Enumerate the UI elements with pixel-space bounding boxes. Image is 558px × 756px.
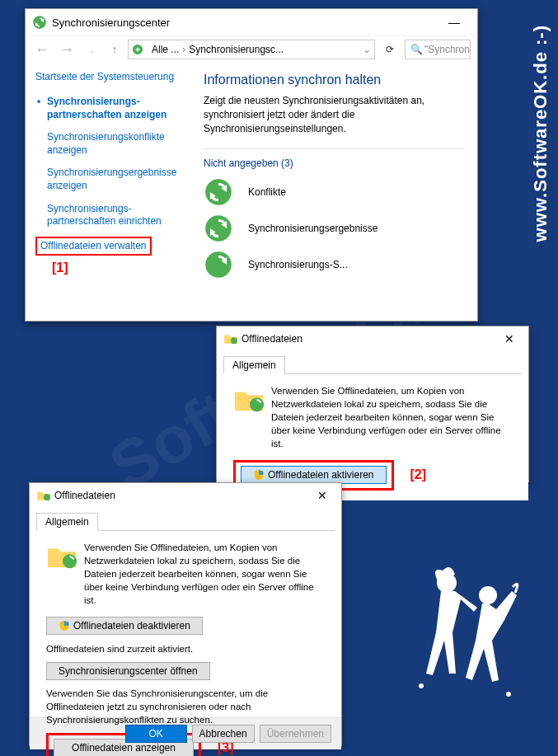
titlebar: Synchronisierungscenter — [26, 9, 477, 35]
sidebar-item-results[interactable]: Synchronisierungsergebnisse anzeigen [35, 162, 181, 197]
svg-point-3 [506, 692, 511, 697]
sync-row-conflicts[interactable]: Konflikte [204, 174, 464, 210]
row-label: Synchronisierungs-S... [248, 259, 348, 270]
sidebar-item-label: Offlinedateien verwalten [40, 240, 147, 251]
dialog-title: Offlinedateien [51, 490, 310, 501]
tab-general[interactable]: Allgemein [223, 356, 285, 374]
tab-strip: Allgemein [223, 356, 522, 374]
nav-toolbar: ← → ⌄ ↑ Alle ... › Synchronisierungsc...… [26, 35, 477, 63]
row-label: Konflikte [248, 186, 286, 198]
sync-row-sync[interactable]: Synchronisierungs-S... [204, 247, 464, 283]
sidebar-item-conflicts[interactable]: Synchronisierungskonflikte anzeigen [35, 126, 181, 162]
folder-sync-icon [233, 384, 265, 416]
close-button[interactable]: ✕ [497, 332, 522, 345]
dialog-titlebar: Offlinedateien ✕ [30, 483, 341, 508]
search-icon: 🔍 [410, 44, 423, 55]
ok-button[interactable]: OK [125, 725, 187, 743]
breadcrumb-item[interactable]: Synchronisierungsc... [189, 44, 284, 55]
svg-point-2 [419, 683, 424, 688]
info-text: Verwenden Sie Offlinedateien, um Kopien … [271, 384, 512, 450]
main-content: Informationen synchron halten Zeigt die … [190, 63, 477, 317]
folder-sync-icon [46, 541, 77, 572]
close-button[interactable]: ✕ [310, 489, 335, 502]
silhouette-graphic [410, 558, 525, 723]
search-placeholder: "Synchron [424, 44, 470, 55]
minimize-button[interactable]: — [438, 14, 471, 31]
svg-point-18 [44, 494, 50, 500]
sidebar-heading[interactable]: Startseite der Systemsteuerung [35, 71, 181, 82]
open-sync-center-button[interactable]: Synchronisierungscenter öffnen [46, 662, 210, 680]
sidebar-item-setup[interactable]: Synchronisierungs-partnerschaften einric… [35, 198, 181, 233]
apply-button[interactable]: Übernehmen [260, 725, 331, 743]
annotation-2: [2] [410, 466, 427, 484]
section-label: Nicht angegeben (3) [204, 157, 464, 169]
history-chevron-icon[interactable]: ⌄ [82, 45, 101, 54]
breadcrumb-chevron-icon[interactable]: ⌄ [363, 44, 371, 55]
sync-center-icon [132, 44, 143, 55]
sync-icon [204, 214, 233, 243]
main-heading: Informationen synchron halten [204, 73, 464, 87]
sync-row-results[interactable]: Synchronisierungsergebnisse [204, 210, 464, 247]
tab-strip: Allgemein [36, 513, 335, 531]
refresh-icon[interactable]: ⟳ [380, 44, 400, 55]
folder-sync-icon [223, 331, 238, 346]
button-label: Offlinedateien deaktivieren [73, 620, 190, 632]
up-arrow-icon[interactable]: ↑ [106, 43, 123, 56]
highlight-marker: Offlinedateien verwalten [35, 237, 152, 256]
window-title: Synchronisierungscenter [52, 16, 438, 29]
tab-general[interactable]: Allgemein [36, 513, 98, 531]
deactivate-offline-button[interactable]: Offlinedateien deaktivieren [46, 617, 203, 635]
sidebar-item-offline[interactable]: Offlinedateien verwalten [35, 237, 181, 256]
main-description: Zeigt die neusten Synchronisierungsaktiv… [204, 94, 464, 135]
row-label: Synchronisierungsergebnisse [248, 223, 377, 234]
breadcrumb[interactable]: Alle ... › Synchronisierungsc... ⌄ [128, 40, 375, 59]
sync-icon [204, 250, 233, 279]
breadcrumb-separator-icon: › [182, 44, 185, 55]
info-text: Verwenden Sie Offlinedateien, um Kopien … [84, 541, 325, 607]
dialog-title: Offlinedateien [238, 333, 497, 345]
forward-arrow-icon[interactable]: → [57, 41, 77, 59]
status-text: Offlinedateien sind zurzeit aktiviert. [46, 642, 325, 655]
annotation-1: [1] [35, 261, 181, 275]
dialog-titlebar: Offlinedateien ✕ [217, 326, 528, 351]
shield-icon [253, 469, 265, 481]
sidebar-item-partnerships[interactable]: Synchronisierungs-partnerschaften anzeig… [35, 91, 181, 126]
button-label: Offlinedateien aktivieren [268, 469, 374, 481]
offline-files-dialog-activate: Offlinedateien ✕ Allgemein Verwenden Sie… [216, 326, 529, 482]
shield-icon [59, 620, 70, 632]
sync-icon [204, 177, 233, 207]
back-arrow-icon[interactable]: ← [32, 41, 52, 59]
breadcrumb-item[interactable]: Alle ... [152, 44, 179, 55]
svg-point-1 [479, 586, 497, 604]
svg-point-16 [231, 337, 237, 344]
folder-sync-icon [36, 488, 51, 503]
offline-files-dialog-manage: Offlinedateien ✕ Allgemein Verwenden Sie… [29, 482, 342, 746]
sidebar: Startseite der Systemsteuerung Synchroni… [26, 63, 190, 317]
sync-center-window: Synchronisierungscenter — ← → ⌄ ↑ Alle .… [25, 8, 478, 322]
search-input[interactable]: 🔍 "Synchron [405, 40, 471, 59]
sync-center-icon [32, 15, 47, 30]
cancel-button[interactable]: Abbrechen [192, 725, 255, 743]
watermark-side: www.SoftwareOK.de :-) [530, 25, 551, 242]
